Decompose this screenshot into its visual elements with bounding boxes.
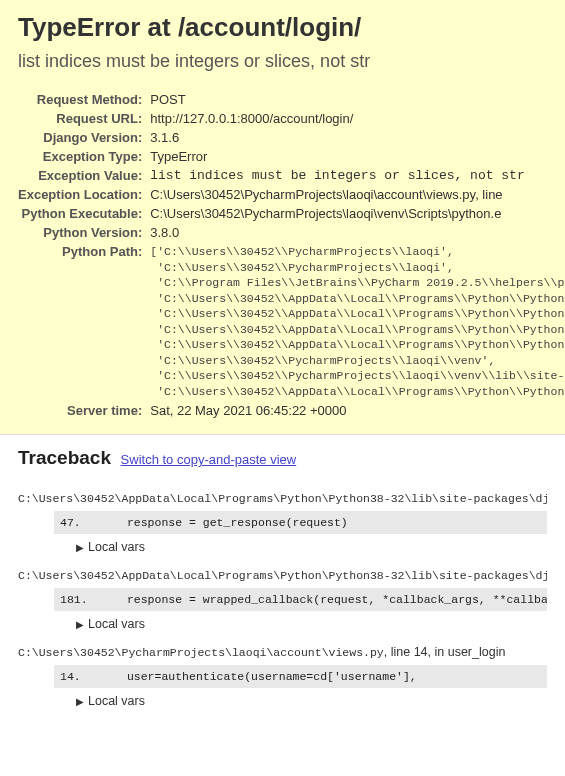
- frame-codeline: response = get_response(request): [120, 516, 348, 529]
- traceback-frame: C:\Users\30452\AppData\Local\Programs\Py…: [18, 568, 547, 631]
- label-django-version: Django Version:: [18, 128, 150, 147]
- frame-location: C:\Users\30452\AppData\Local\Programs\Py…: [18, 568, 547, 582]
- page-title: TypeError at /account/login/: [18, 12, 547, 43]
- traceback-heading: Traceback: [18, 447, 111, 469]
- frame-codeline: response = wrapped_callback(request, *ca…: [120, 593, 547, 606]
- label-python-version: Python Version:: [18, 223, 150, 242]
- value-exception-type: TypeError: [150, 147, 565, 166]
- frame-location: C:\Users\30452\PycharmProjects\laoqi\acc…: [18, 645, 547, 659]
- label-exception-value: Exception Value:: [18, 166, 150, 185]
- value-exception-location: C:\Users\30452\PycharmProjects\laoqi\acc…: [150, 185, 565, 204]
- value-request-url: http://127.0.0.1:8000/account/login/: [150, 109, 565, 128]
- local-vars-toggle[interactable]: ▶Local vars: [76, 540, 547, 554]
- triangle-right-icon: ▶: [76, 542, 84, 553]
- value-python-path: ['C:\\Users\\30452\\PycharmProjects\\lao…: [150, 244, 565, 399]
- value-exception-value: list indices must be integers or slices,…: [150, 166, 565, 185]
- value-request-method: POST: [150, 90, 565, 109]
- frame-location: C:\Users\30452\AppData\Local\Programs\Py…: [18, 491, 547, 505]
- frame-codeline: user=authenticate(username=cd['username'…: [120, 670, 417, 683]
- label-exception-location: Exception Location:: [18, 185, 150, 204]
- value-python-version: 3.8.0: [150, 223, 565, 242]
- triangle-right-icon: ▶: [76, 696, 84, 707]
- frame-lineno: 181.: [60, 593, 120, 606]
- triangle-right-icon: ▶: [76, 619, 84, 630]
- switch-view-link[interactable]: Switch to copy-and-paste view: [121, 452, 297, 467]
- label-request-url: Request URL:: [18, 109, 150, 128]
- frame-code[interactable]: 181. response = wrapped_callback(request…: [54, 588, 547, 611]
- frame-code[interactable]: 47. response = get_response(request): [54, 511, 547, 534]
- local-vars-toggle[interactable]: ▶Local vars: [76, 617, 547, 631]
- error-summary: TypeError at /account/login/ list indice…: [0, 0, 565, 435]
- value-server-time: Sat, 22 May 2021 06:45:22 +0000: [150, 401, 565, 420]
- label-python-path: Python Path:: [18, 242, 150, 401]
- label-server-time: Server time:: [18, 401, 150, 420]
- traceback-section: Traceback Switch to copy-and-paste view …: [0, 435, 565, 734]
- frame-code[interactable]: 14. user=authenticate(username=cd['usern…: [54, 665, 547, 688]
- label-request-method: Request Method:: [18, 90, 150, 109]
- frame-lineno: 14.: [60, 670, 120, 683]
- local-vars-toggle[interactable]: ▶Local vars: [76, 694, 547, 708]
- traceback-frame: C:\Users\30452\AppData\Local\Programs\Py…: [18, 491, 547, 554]
- label-exception-type: Exception Type:: [18, 147, 150, 166]
- error-subtitle: list indices must be integers or slices,…: [18, 51, 547, 72]
- meta-table: Request Method: POST Request URL: http:/…: [18, 90, 565, 420]
- traceback-frame: C:\Users\30452\PycharmProjects\laoqi\acc…: [18, 645, 547, 708]
- value-python-executable: C:\Users\30452\PycharmProjects\laoqi\ven…: [150, 204, 565, 223]
- frame-lineno: 47.: [60, 516, 120, 529]
- label-python-executable: Python Executable:: [18, 204, 150, 223]
- value-django-version: 3.1.6: [150, 128, 565, 147]
